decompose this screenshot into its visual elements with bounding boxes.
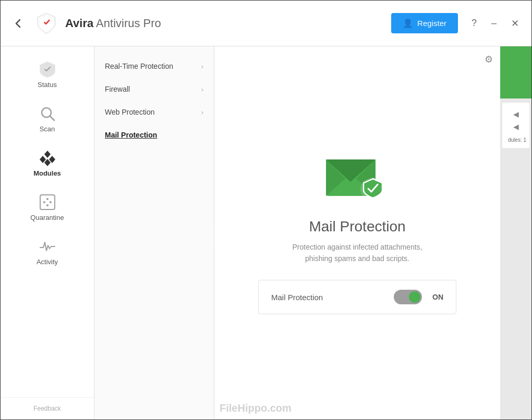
content-title: Mail Protection — [309, 218, 405, 235]
app-logo — [34, 11, 59, 36]
chevron-right-icon: › — [201, 63, 203, 70]
modules-count: dules: 1 — [505, 137, 526, 143]
content-description: Protection against infected attachments,… — [292, 241, 422, 265]
close-button[interactable]: ✕ — [507, 16, 523, 31]
right-panel-card: ◀ ◀ dules: 1 — [502, 103, 529, 148]
subnav-firewall[interactable]: Firewall › — [94, 78, 214, 101]
sub-nav: Real-Time Protection › Firewall › Web Pr… — [94, 46, 214, 419]
right-panel-arrow-down: ◀ — [505, 120, 526, 133]
sidebar: Status Scan Modules — [1, 46, 94, 419]
app-title: Avira Antivirus Pro — [65, 17, 391, 30]
user-icon: 👤 — [403, 18, 413, 28]
register-label: Register — [417, 19, 446, 28]
sidebar-item-scan-label: Scan — [40, 125, 55, 133]
sidebar-item-quarantine-label: Quarantine — [30, 214, 64, 221]
toggle-label: Mail Protection — [271, 293, 388, 302]
sidebar-item-status[interactable]: Status — [1, 52, 94, 96]
svg-point-8 — [46, 198, 49, 200]
content-inner: Mail Protection Protection against infec… — [214, 46, 500, 419]
help-button[interactable]: ? — [467, 16, 481, 31]
modules-icon — [39, 150, 56, 166]
svg-marker-2 — [44, 151, 51, 158]
sidebar-item-modules-label: Modules — [33, 169, 61, 177]
main-area: Status Scan Modules — [1, 46, 531, 419]
toggle-knob — [409, 291, 420, 303]
register-button[interactable]: 👤 Register — [391, 13, 458, 33]
right-panel-arrow-up: ◀ — [505, 108, 526, 120]
sidebar-item-status-label: Status — [38, 81, 57, 89]
toggle-state-label: ON — [432, 293, 443, 301]
sidebar-item-activity-label: Activity — [37, 258, 58, 266]
right-panel: ◀ ◀ dules: 1 — [500, 46, 531, 419]
minimize-button[interactable]: – — [487, 16, 501, 31]
sidebar-item-scan[interactable]: Scan — [1, 96, 94, 140]
back-button[interactable] — [9, 14, 28, 33]
shield-check-icon — [39, 61, 56, 78]
sidebar-item-modules[interactable]: Modules — [1, 140, 94, 184]
sidebar-item-activity[interactable]: Activity — [1, 229, 94, 273]
title-bar: Avira Antivirus Pro 👤 Register ? – ✕ — [1, 1, 531, 46]
chevron-right-icon: › — [201, 85, 203, 93]
mail-protection-icon — [323, 152, 391, 206]
subnav-real-time[interactable]: Real-Time Protection › — [94, 55, 214, 78]
content-area: ⚙ — [214, 46, 500, 419]
settings-icon[interactable]: ⚙ — [485, 54, 493, 65]
svg-line-1 — [50, 116, 54, 120]
window-controls: ? – ✕ — [467, 16, 523, 31]
chevron-right-icon: › — [201, 108, 203, 116]
mail-protection-toggle-card: Mail Protection ON — [258, 280, 456, 314]
subnav-web-protection[interactable]: Web Protection › — [94, 101, 214, 123]
svg-point-7 — [43, 201, 45, 203]
quarantine-icon — [39, 194, 56, 211]
svg-point-10 — [46, 204, 49, 206]
app-window: Avira Antivirus Pro 👤 Register ? – ✕ Sta… — [0, 0, 532, 420]
mail-protection-toggle[interactable] — [394, 290, 422, 304]
svg-rect-6 — [40, 195, 55, 209]
activity-icon — [39, 238, 56, 255]
sidebar-item-quarantine[interactable]: Quarantine — [1, 184, 94, 229]
right-panel-green-bar — [500, 46, 531, 98]
magnifier-icon — [39, 105, 56, 122]
subnav-mail-protection[interactable]: Mail Protection — [94, 123, 214, 146]
sidebar-feedback[interactable]: Feedback — [1, 397, 94, 419]
svg-point-9 — [50, 201, 52, 203]
